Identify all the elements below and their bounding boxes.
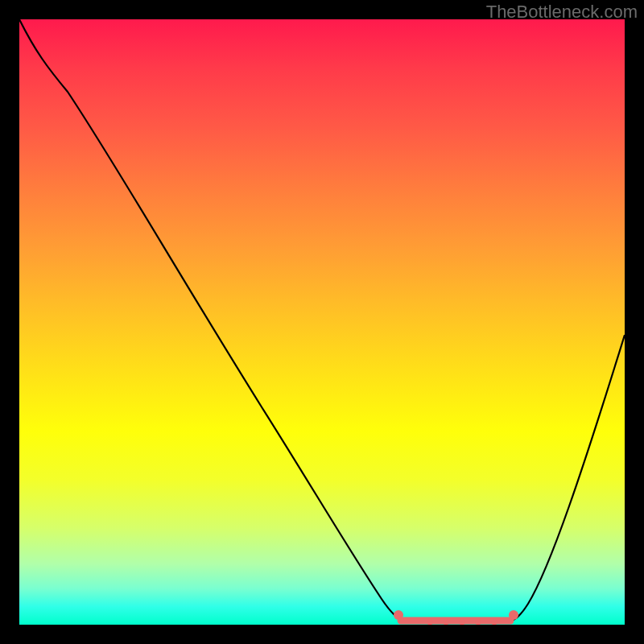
bottleneck-curve-line [19,19,625,622]
optimal-range-left-dot [394,610,403,620]
bottleneck-curve-svg [19,19,625,625]
optimal-range-right-dot [509,610,518,620]
watermark-text: TheBottleneck.com [486,2,638,23]
plot-area [19,19,625,625]
